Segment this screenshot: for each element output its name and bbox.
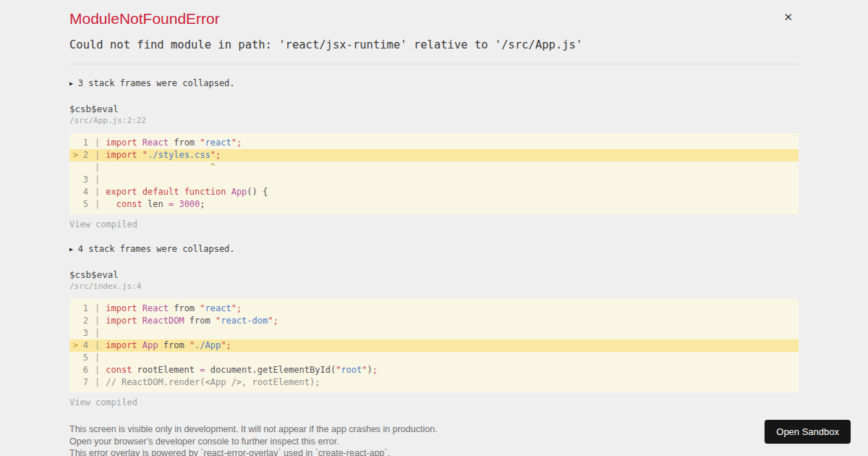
footer-notes: This screen is visible only in developme… bbox=[69, 423, 799, 456]
error-line-marker bbox=[69, 327, 80, 339]
line-number: 3 bbox=[80, 327, 88, 339]
collapse-triangle-icon: ▶ bbox=[69, 80, 73, 87]
divider bbox=[69, 64, 799, 64]
error-line-marker bbox=[69, 303, 80, 315]
code-text: const len = 3000; bbox=[106, 198, 205, 211]
line-number: 1 bbox=[80, 137, 88, 149]
frame-header: $csb$eval /src/index.js:4 bbox=[69, 270, 799, 291]
stack-collapse-toggle[interactable]: ▶3 stack frames were collapsed. bbox=[69, 78, 799, 89]
error-line-marker bbox=[69, 364, 80, 376]
view-compiled-link[interactable]: View compiled bbox=[69, 398, 137, 408]
error-line-marker bbox=[69, 352, 80, 364]
close-icon: ✕ bbox=[783, 11, 793, 23]
code-line: 4|export default function App() { bbox=[69, 186, 799, 198]
error-line-marker bbox=[69, 137, 80, 149]
view-compiled-link[interactable]: View compiled bbox=[69, 220, 137, 229]
code-text: import React from "react"; bbox=[106, 137, 242, 149]
code-line: 3| bbox=[69, 327, 799, 339]
frame-header: $csb$eval /src/App.js:2:22 bbox=[69, 104, 799, 125]
code-line: | ^ bbox=[69, 161, 799, 174]
collapse-label: 4 stack frames were collapsed. bbox=[78, 244, 235, 254]
line-number: 2 bbox=[80, 315, 88, 327]
code-line: 3| bbox=[69, 174, 799, 186]
stack-frame-section: ▶3 stack frames were collapsed. $csb$eva… bbox=[69, 78, 799, 230]
gutter-separator: | bbox=[95, 303, 100, 315]
code-text: import "./styles.css"; bbox=[106, 149, 221, 161]
footer-note: This error overlay is powered by `react-… bbox=[69, 447, 799, 456]
gutter-separator: | bbox=[95, 174, 100, 186]
code-line: 7|// ReactDOM.render(<App />, rootElemen… bbox=[69, 376, 799, 389]
line-number: 6 bbox=[80, 364, 88, 376]
code-text: ^ bbox=[106, 161, 216, 174]
code-frame: 1|import React from "react";>2|import ".… bbox=[69, 133, 799, 214]
gutter-separator: | bbox=[95, 327, 100, 339]
error-line-marker bbox=[69, 315, 80, 327]
code-line: >4|import App from "./App"; bbox=[69, 339, 799, 352]
stack-frame-section: ▶4 stack frames were collapsed. $csb$eva… bbox=[69, 244, 799, 408]
code-frame: 1|import React from "react"; 2|import Re… bbox=[69, 299, 799, 392]
error-line-marker: > bbox=[69, 339, 80, 352]
error-message: Could not find module in path: 'react/js… bbox=[69, 39, 799, 51]
footer-note: This screen is visible only in developme… bbox=[69, 423, 799, 436]
gutter-separator: | bbox=[95, 198, 100, 211]
frame-location: /src/App.js:2:22 bbox=[69, 117, 799, 125]
error-line-marker bbox=[69, 174, 80, 186]
stack-collapse-toggle[interactable]: ▶4 stack frames were collapsed. bbox=[69, 244, 799, 255]
error-line-marker bbox=[69, 376, 80, 389]
line-number: 3 bbox=[80, 174, 88, 186]
code-text: // ReactDOM.render(<App />, rootElement)… bbox=[106, 376, 320, 389]
gutter-separator: | bbox=[95, 186, 100, 198]
line-number: 5 bbox=[80, 198, 88, 211]
gutter-separator: | bbox=[95, 364, 100, 376]
code-text: const rootElement = document.getElementB… bbox=[106, 364, 378, 376]
code-text: import ReactDOM from "react-dom"; bbox=[106, 315, 278, 327]
open-sandbox-button[interactable]: Open Sandbox bbox=[765, 420, 851, 444]
frame-function-name: $csb$eval bbox=[69, 270, 799, 279]
code-line: 1|import React from "react"; bbox=[69, 137, 799, 149]
gutter-separator: | bbox=[95, 137, 100, 149]
code-line: >2|import "./styles.css"; bbox=[69, 149, 799, 161]
error-overlay: ModuleNotFoundError ✕ Could not find mod… bbox=[0, 0, 868, 456]
line-number: 2 bbox=[80, 149, 88, 161]
code-line: 6|const rootElement = document.getElemen… bbox=[69, 364, 799, 376]
gutter-separator: | bbox=[95, 149, 100, 161]
error-line-marker bbox=[69, 198, 80, 211]
footer-note: Open your browser’s developer console to… bbox=[69, 436, 799, 448]
code-line: 2|import ReactDOM from "react-dom"; bbox=[69, 315, 799, 327]
line-number bbox=[80, 161, 88, 174]
collapse-label: 3 stack frames were collapsed. bbox=[78, 78, 235, 88]
line-number: 5 bbox=[80, 352, 88, 364]
frame-location: /src/index.js:4 bbox=[69, 282, 799, 291]
code-text: export default function App() { bbox=[106, 186, 268, 198]
gutter-separator: | bbox=[95, 161, 100, 174]
line-number: 1 bbox=[80, 303, 88, 315]
gutter-separator: | bbox=[95, 315, 100, 327]
line-number: 7 bbox=[80, 376, 88, 389]
gutter-separator: | bbox=[95, 376, 100, 389]
code-line: 1|import React from "react"; bbox=[69, 303, 799, 315]
close-button[interactable]: ✕ bbox=[783, 11, 793, 24]
code-text: import React from "react"; bbox=[106, 303, 242, 315]
line-number: 4 bbox=[80, 186, 88, 198]
gutter-separator: | bbox=[95, 352, 100, 364]
gutter-separator: | bbox=[95, 339, 100, 352]
code-line: 5| const len = 3000; bbox=[69, 198, 799, 211]
code-text: import App from "./App"; bbox=[106, 339, 231, 352]
collapse-triangle-icon: ▶ bbox=[69, 246, 73, 253]
code-line: 5| bbox=[69, 352, 799, 364]
error-line-marker: > bbox=[69, 149, 80, 161]
error-line-marker bbox=[69, 161, 80, 174]
error-title: ModuleNotFoundError bbox=[69, 10, 799, 28]
error-line-marker bbox=[69, 186, 80, 198]
frame-function-name: $csb$eval bbox=[69, 104, 799, 114]
line-number: 4 bbox=[80, 339, 88, 352]
